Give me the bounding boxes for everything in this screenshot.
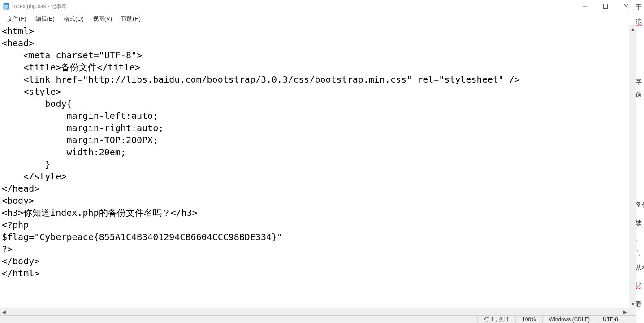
svg-rect-1 xyxy=(4,3,9,4)
background-sliver: 于 综 字 俞 备份 故 、 "、 从看 比 看 xyxy=(636,0,644,323)
scroll-right-arrow-icon[interactable]: ▶ xyxy=(621,308,629,316)
status-encoding: UTF-8 xyxy=(596,316,636,323)
bg-fragment: 故 xyxy=(636,219,642,227)
menu-help[interactable]: 帮助(H) xyxy=(117,13,145,25)
bg-fragment: "、 xyxy=(636,249,644,257)
content-area: <html> <head> <meta charset="UTF-8"> <ti… xyxy=(0,25,636,315)
menu-edit[interactable]: 编辑(E) xyxy=(31,13,59,25)
text-editor[interactable]: <html> <head> <meta charset="UTF-8"> <ti… xyxy=(0,25,629,308)
status-cursor-position: 行 1，列 1 xyxy=(477,316,515,323)
bg-fragment: 看 xyxy=(636,301,642,309)
titlebar[interactable]: index.php.bak - 记事本 xyxy=(0,0,636,13)
bg-fragment: 综 xyxy=(636,18,642,26)
notepad-icon xyxy=(3,3,10,10)
horizontal-scrollbar[interactable]: ◀ ▶ xyxy=(0,308,629,315)
scroll-up-arrow-icon[interactable]: ▲ xyxy=(629,25,637,33)
svg-rect-7 xyxy=(604,4,608,9)
bg-fragment: 、 xyxy=(636,235,642,243)
bg-fragment: 俞 xyxy=(636,91,642,99)
status-line-ending: Windows (CRLF) xyxy=(542,316,596,323)
menu-file[interactable]: 文件(F) xyxy=(3,13,31,25)
window-controls xyxy=(575,0,636,13)
bg-fragment: 于 xyxy=(636,4,642,12)
close-button[interactable] xyxy=(616,0,636,13)
scroll-corner xyxy=(629,308,636,315)
maximize-button[interactable] xyxy=(595,0,616,13)
scroll-down-arrow-icon[interactable]: ▼ xyxy=(629,300,637,308)
menu-view[interactable]: 视图(V) xyxy=(88,13,117,25)
status-zoom: 100% xyxy=(515,316,542,323)
vertical-scrollbar[interactable]: ▲ ▼ xyxy=(629,25,636,308)
bg-fragment: 比 xyxy=(636,281,642,289)
editor-area: <html> <head> <meta charset="UTF-8"> <ti… xyxy=(0,25,636,308)
hscroll-track[interactable] xyxy=(8,308,621,315)
horizontal-scroll-row: ◀ ▶ xyxy=(0,308,636,315)
menu-format[interactable]: 格式(O) xyxy=(59,13,88,25)
notepad-window: index.php.bak - 记事本 文件(F) 编辑(E) 格式(O) 视图… xyxy=(0,0,636,323)
statusbar: 行 1，列 1 100% Windows (CRLF) UTF-8 xyxy=(0,315,636,323)
scroll-left-arrow-icon[interactable]: ◀ xyxy=(0,308,8,316)
window-title: index.php.bak - 记事本 xyxy=(13,3,67,10)
bg-fragment: 从看 xyxy=(636,264,644,272)
minimize-button[interactable] xyxy=(575,0,595,13)
bg-fragment: 字 xyxy=(636,78,642,86)
menubar: 文件(F) 编辑(E) 格式(O) 视图(V) 帮助(H) xyxy=(0,13,636,25)
bg-fragment: 备份 xyxy=(636,201,644,209)
